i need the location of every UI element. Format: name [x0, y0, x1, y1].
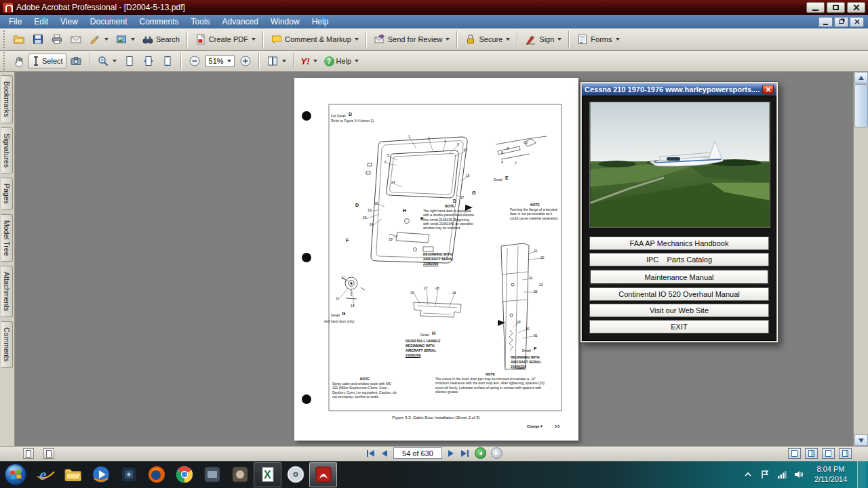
next-view-button[interactable] [491, 447, 502, 459]
help-button[interactable]: ? Help [321, 54, 363, 68]
show-desktop-button[interactable] [857, 461, 865, 488]
forms-button[interactable]: Forms [573, 31, 623, 47]
taskbar-file-explorer[interactable] [59, 461, 87, 488]
vertical-scrollbar[interactable] [853, 72, 868, 446]
scroll-up-button[interactable] [854, 72, 868, 83]
save-button[interactable] [28, 31, 47, 47]
sidebar-tab-signatures[interactable]: Signatures [1, 127, 13, 174]
toolbar-grip[interactable] [3, 52, 7, 70]
taskbar-app-3[interactable] [226, 461, 254, 488]
page-text: 22 [540, 256, 545, 260]
next-page-button[interactable] [447, 449, 455, 458]
create-pdf-button[interactable]: Create PDF [191, 31, 259, 47]
page-display-button[interactable] [263, 53, 290, 69]
first-page-button[interactable] [366, 449, 376, 458]
doc-restore-button[interactable] [834, 17, 848, 27]
maximize-button[interactable] [827, 2, 845, 13]
zoom-tool-button[interactable] [94, 53, 120, 69]
send-for-review-button[interactable]: Send for Review [370, 31, 454, 47]
fit-page-button[interactable] [158, 53, 177, 69]
photo-paper-button[interactable] [112, 31, 138, 47]
taskbar-adobe-reader[interactable] [309, 462, 337, 487]
menu-view[interactable]: View [54, 16, 84, 28]
show-hidden-icons-button[interactable] [743, 469, 753, 480]
markup-pen-button[interactable] [85, 31, 112, 47]
menu-file[interactable]: File [3, 16, 28, 28]
taskbar-media-player[interactable] [87, 461, 115, 488]
menu-help[interactable]: Help [306, 16, 335, 28]
page-text: E [505, 176, 509, 182]
taskbar-internet-explorer[interactable]: e [31, 461, 59, 488]
previous-page-button[interactable] [380, 449, 389, 458]
fit-width-button[interactable] [139, 53, 158, 69]
menu-document[interactable]: Document [84, 16, 134, 28]
ipc-parts-catalog-button[interactable]: IPC Parts Catalog [589, 253, 769, 266]
exit-button[interactable]: EXIT [589, 320, 769, 333]
menu-advanced[interactable]: Advanced [216, 16, 264, 28]
comment-markup-button[interactable]: Comment & Markup [267, 31, 362, 47]
taskbar-clock[interactable]: 8:04 PM 2/11/2014 [814, 464, 847, 485]
scroll-down-button[interactable] [854, 434, 868, 446]
zoom-in-button[interactable] [236, 53, 255, 69]
sidebar-tab-attachments[interactable]: Attachments [1, 266, 13, 317]
doc-close-button[interactable] [850, 17, 864, 27]
facing-view-button[interactable] [822, 448, 835, 459]
print-button[interactable] [47, 31, 66, 47]
arrow-down-icon [859, 439, 864, 443]
secure-button[interactable]: Secure [461, 31, 513, 47]
menu-edit[interactable]: Edit [28, 16, 54, 28]
continental-overhaul-button[interactable]: Continental IO 520 Overhaul Manual [589, 287, 769, 301]
taskbar-excel[interactable]: X [254, 462, 281, 487]
sidebar-tab-bookmarks[interactable]: Bookmarks [1, 75, 13, 123]
maintenance-manual-button[interactable]: Maintenance Manual [589, 269, 769, 285]
action-center-tray-icon[interactable] [760, 469, 770, 480]
yahoo-toolbar-button[interactable]: Y! [298, 54, 321, 68]
layout-options-button[interactable] [43, 448, 54, 459]
dialog-title-bar[interactable]: Cessna 210 1970-1976 www.harleypowerspor… [582, 83, 776, 96]
continuous-facing-view-button[interactable] [839, 448, 852, 459]
menu-comments[interactable]: Comments [134, 16, 185, 28]
previous-view-button[interactable] [475, 447, 486, 459]
open-button[interactable] [9, 31, 28, 47]
network-tray-icon[interactable] [776, 469, 787, 480]
hand-tool-button[interactable] [9, 53, 28, 69]
page-number-input[interactable]: 54 of 630 [393, 447, 442, 459]
taskbar-app-2[interactable] [198, 461, 226, 488]
search-button[interactable]: Search [138, 31, 183, 47]
page-text: Spray cabin and window seals with MS-122… [332, 382, 397, 399]
flag-icon [760, 470, 770, 479]
menu-window[interactable]: Window [264, 16, 306, 28]
faa-handbook-button[interactable]: FAA AP Mechanics Handbook [589, 237, 769, 250]
single-page-view-button[interactable] [788, 448, 801, 459]
sidebar-tab-model-tree[interactable]: Model Tree [1, 214, 13, 262]
title-bar[interactable]: Adobe Acrobat Professional - [D2004-5-13… [0, 0, 868, 15]
zoom-out-button[interactable] [185, 53, 204, 69]
start-button[interactable] [0, 461, 31, 488]
taskbar-chrome[interactable] [170, 461, 198, 488]
dialog-close-button[interactable] [762, 85, 774, 94]
sidebar-tab-pages[interactable]: Pages [1, 178, 13, 210]
page-text: 20 [363, 216, 367, 220]
visit-website-button[interactable]: Visit our Web Site [589, 304, 769, 317]
email-button[interactable] [66, 31, 85, 47]
last-page-button[interactable] [460, 449, 470, 458]
volume-tray-icon[interactable] [793, 469, 804, 480]
page-size-button[interactable] [23, 448, 34, 459]
taskbar-app-1[interactable] [115, 461, 142, 488]
question-glyph: ? [327, 58, 331, 65]
sidebar-tab-comments[interactable]: Comments [1, 321, 13, 368]
doc-minimize-button[interactable] [818, 17, 833, 27]
toolbar-grip[interactable] [3, 30, 7, 48]
zoom-level-input[interactable]: 51% [205, 55, 235, 67]
scrollbar-thumb[interactable] [854, 84, 868, 127]
minimize-button[interactable] [806, 2, 825, 13]
taskbar-firefox[interactable] [142, 461, 170, 488]
close-button[interactable] [847, 2, 865, 13]
sign-button[interactable]: Sign [521, 31, 565, 47]
taskbar-disc-burner[interactable] [281, 461, 309, 488]
continuous-view-button[interactable] [805, 448, 818, 459]
actual-size-button[interactable] [120, 53, 139, 69]
menu-tools[interactable]: Tools [185, 16, 216, 28]
snapshot-tool-button[interactable] [66, 53, 85, 69]
select-tool-button[interactable]: Select [28, 54, 66, 68]
